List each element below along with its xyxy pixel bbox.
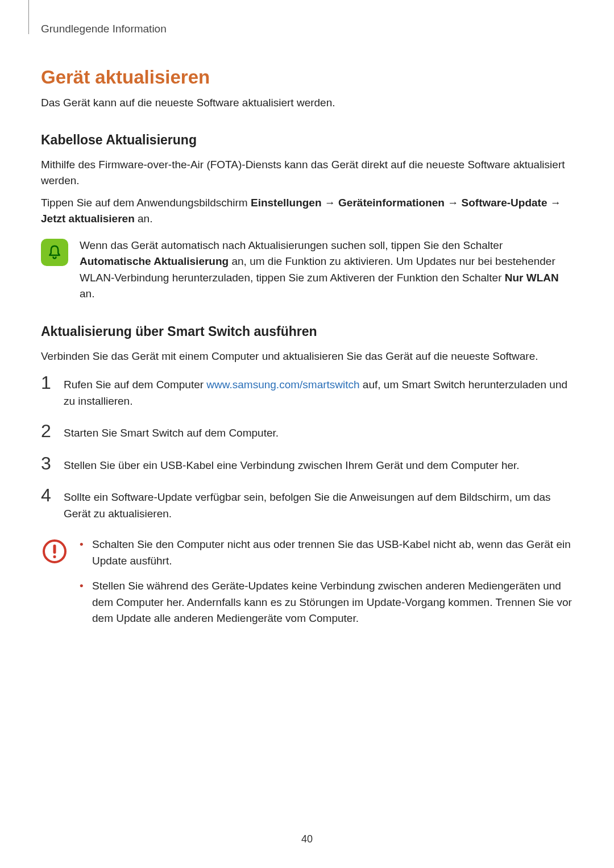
text: Tippen Sie auf dem Anwendungsbildschirm [41, 197, 251, 209]
step-number: 3 [41, 454, 53, 472]
bullet: • [80, 537, 86, 553]
step-2: 2 Starten Sie Smart Switch auf dem Compu… [41, 424, 573, 442]
info-note: Wenn das Gerät automatisch nach Aktualis… [41, 238, 573, 302]
menu-geraeteinfo: Geräteinformationen [338, 197, 445, 209]
menu-einstellungen: Einstellungen [251, 197, 322, 209]
text: Wenn das Gerät automatisch nach Aktualis… [80, 239, 503, 251]
text: an. [80, 288, 94, 300]
smartswitch-link[interactable]: www.samsung.com/smartswitch [206, 379, 359, 391]
arrow: → [547, 197, 561, 209]
switch-auto-update: Automatische Aktualisierung [80, 255, 229, 267]
step-1: 1 Rufen Sie auf dem Computer www.samsung… [41, 376, 573, 409]
arrow: → [445, 197, 462, 209]
intro-text: Das Gerät kann auf die neueste Software … [41, 95, 573, 111]
switch-nur-wlan: Nur WLAN [505, 272, 559, 284]
page-header: Grundlegende Information [41, 23, 573, 35]
arrow: → [322, 197, 339, 209]
text: Rufen Sie auf dem Computer [64, 379, 206, 391]
step-number: 2 [41, 422, 53, 440]
smart-switch-description: Verbinden Sie das Gerät mit einem Comput… [41, 348, 573, 365]
margin-indicator [28, 0, 29, 34]
info-note-text: Wenn das Gerät automatisch nach Aktualis… [80, 238, 573, 302]
text: an. [135, 213, 153, 225]
step-4: 4 Sollte ein Software-Update verfügbar s… [41, 488, 573, 522]
svg-rect-1 [53, 545, 56, 554]
page-title: Gerät aktualisieren [41, 67, 573, 88]
menu-software-update: Software-Update [462, 197, 547, 209]
wireless-description: Mithilfe des Firmware-over-the-Air (FOTA… [41, 157, 573, 189]
warning-note: • Schalten Sie den Computer nicht aus od… [41, 537, 573, 636]
section-wireless-update: Kabellose Aktualisierung [41, 132, 573, 148]
step-text: Rufen Sie auf dem Computer www.samsung.c… [64, 376, 573, 409]
bell-icon [41, 239, 68, 266]
step-text: Stellen Sie über ein USB-Kabel eine Verb… [64, 456, 520, 474]
steps-list: 1 Rufen Sie auf dem Computer www.samsung… [41, 376, 573, 522]
menu-jetzt-aktualisieren: Jetzt aktualisieren [41, 213, 135, 225]
step-number: 4 [41, 486, 53, 504]
document-page: Grundlegende Information Gerät aktualisi… [0, 0, 614, 868]
page-number: 40 [0, 833, 614, 845]
warning-item: • Schalten Sie den Computer nicht aus od… [80, 537, 573, 569]
caution-icon [41, 538, 68, 565]
warning-item: • Stellen Sie während des Geräte-Updates… [80, 578, 573, 627]
step-text: Sollte ein Software-Update verfügbar sei… [64, 488, 573, 522]
section-smart-switch: Aktualisierung über Smart Switch ausführ… [41, 324, 573, 339]
warning-list: • Schalten Sie den Computer nicht aus od… [80, 537, 573, 636]
step-3: 3 Stellen Sie über ein USB-Kabel eine Ve… [41, 456, 573, 474]
warning-text: Schalten Sie den Computer nicht aus oder… [92, 537, 573, 569]
bullet: • [80, 578, 86, 595]
step-text: Starten Sie Smart Switch auf dem Compute… [64, 424, 279, 442]
wireless-instruction: Tippen Sie auf dem Anwendungsbildschirm … [41, 195, 573, 227]
svg-rect-2 [53, 555, 56, 558]
warning-text: Stellen Sie während des Geräte-Updates k… [92, 578, 573, 627]
step-number: 1 [41, 373, 53, 392]
